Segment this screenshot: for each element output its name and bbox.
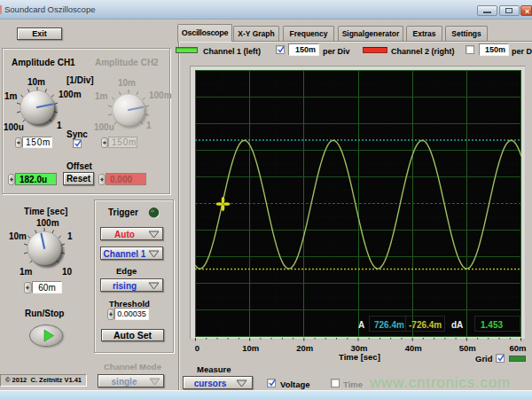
svg-text:0: 0 bbox=[195, 343, 200, 353]
svg-text:60m: 60m bbox=[509, 343, 526, 353]
svg-text:dA: dA bbox=[451, 320, 463, 330]
svg-text:726.4m: 726.4m bbox=[374, 320, 404, 330]
svg-text:20m: 20m bbox=[296, 343, 313, 353]
svg-text:A: A bbox=[358, 320, 364, 330]
svg-text:50m: 50m bbox=[459, 343, 476, 353]
svg-text:1.453: 1.453 bbox=[481, 320, 503, 330]
svg-text:40m: 40m bbox=[405, 343, 422, 353]
svg-text:-726.4m: -726.4m bbox=[409, 320, 442, 330]
svg-text:10m: 10m bbox=[242, 343, 259, 353]
